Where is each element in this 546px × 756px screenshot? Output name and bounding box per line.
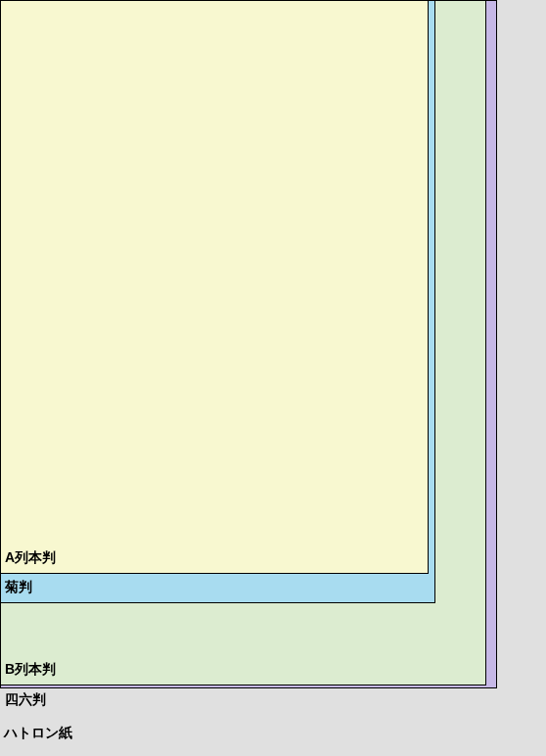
label-bretsu: B列本判 <box>5 661 56 679</box>
label-hatron: ハトロン紙 <box>4 725 72 742</box>
label-shiroku: 四六判 <box>5 691 46 709</box>
sheet-aretsu: A列本判 <box>0 0 429 574</box>
label-kiku: 菊判 <box>5 579 32 596</box>
label-aretsu: A列本判 <box>5 549 56 567</box>
